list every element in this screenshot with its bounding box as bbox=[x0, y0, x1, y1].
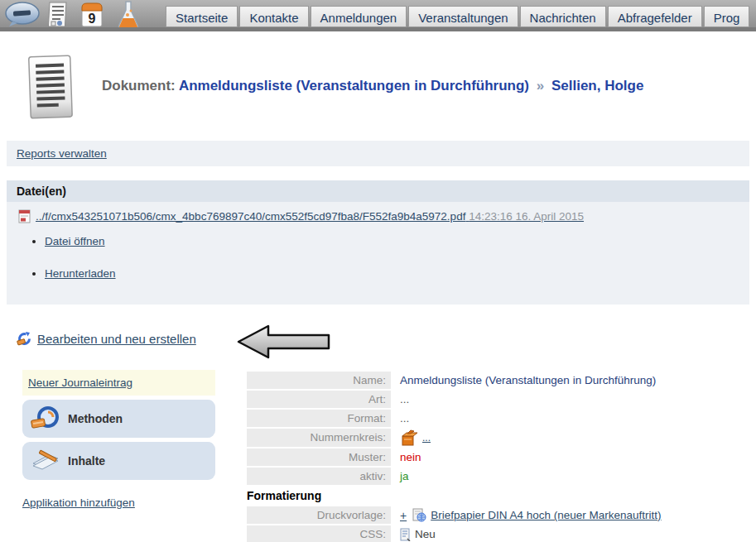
document-app-icon[interactable] bbox=[48, 2, 68, 28]
druckvorlage-template-icon bbox=[412, 508, 426, 522]
applikation-hinzufuegen-link[interactable]: Applikation hinzufügen bbox=[22, 496, 135, 509]
tab-startseite[interactable]: Startseite bbox=[166, 6, 238, 27]
table-row: Art: ... bbox=[247, 391, 756, 408]
annotation-arrow-icon bbox=[237, 324, 331, 360]
detail-label: Format: bbox=[247, 410, 391, 427]
contents-icon bbox=[31, 448, 60, 473]
bearbeiten-und-neu-erstellen-link[interactable]: Bearbeiten und neu erstellen bbox=[37, 332, 196, 346]
detail-value-aktiv: ja bbox=[400, 470, 409, 482]
neuer-journaleintrag-link[interactable]: Neuer Journaleintrag bbox=[28, 377, 132, 389]
section-header-row: Formatierung bbox=[247, 487, 756, 505]
methods-icon bbox=[31, 405, 60, 432]
topbar-bottom-strip bbox=[0, 27, 756, 31]
list-item: Herunterladen bbox=[45, 267, 749, 280]
title-separator: » bbox=[533, 78, 547, 94]
title-contact-name: Sellien, Holge bbox=[551, 78, 643, 94]
document-page-icon bbox=[25, 53, 78, 122]
list-item: Datei öffnen bbox=[45, 235, 749, 247]
datei-oeffnen-link[interactable]: Datei öffnen bbox=[45, 235, 105, 247]
file-row: ../f/cmx543251071b506/cmx_4bbc769897c40/… bbox=[18, 209, 584, 223]
detail-label: Druckvorlage: bbox=[247, 506, 391, 524]
formatierung-section-header: Formatierung bbox=[247, 487, 321, 505]
journal-entry-box: Neuer Journaleintrag bbox=[22, 370, 215, 396]
css-file-icon bbox=[400, 528, 411, 541]
sidebar: Neuer Journaleintrag Methoden Inhalte Ap… bbox=[22, 370, 215, 480]
tab-abfragefelder[interactable]: Abfragefelder bbox=[608, 6, 702, 27]
page-title: Dokument: Anmeldungsliste (Veranstaltung… bbox=[102, 78, 756, 94]
title-document-name: Anmeldungsliste (Veranstaltungen in Durc… bbox=[179, 78, 529, 94]
detail-label: Nummernkreis: bbox=[247, 429, 391, 447]
tab-nachrichten[interactable]: Nachrichten bbox=[520, 6, 606, 27]
files-heading: Datei(en) bbox=[17, 185, 66, 198]
details-table: Name: Anmeldungsliste (Veranstaltungen i… bbox=[247, 372, 756, 542]
table-row: Muster: nein bbox=[247, 448, 756, 466]
detail-label: Art: bbox=[247, 391, 391, 408]
detail-value-css: Neu bbox=[400, 528, 436, 541]
reports-verwalten-link[interactable]: Reports verwalten bbox=[17, 147, 107, 160]
inhalte-button[interactable]: Inhalte bbox=[22, 442, 215, 480]
css-value: Neu bbox=[415, 528, 436, 540]
app-logo-icon[interactable] bbox=[4, 1, 42, 27]
table-row: Name: Anmeldungsliste (Veranstaltungen i… bbox=[247, 372, 756, 389]
detail-value-name: Anmeldungsliste (Veranstaltungen in Durc… bbox=[400, 374, 656, 386]
detail-label: Muster: bbox=[247, 448, 391, 466]
table-row: Nummernkreis: ... bbox=[247, 429, 756, 447]
table-row: aktiv: ja bbox=[247, 468, 756, 485]
files-section-body: ../f/cmx543251071b506/cmx_4bbc769897c40/… bbox=[7, 202, 749, 305]
druckvorlage-plus-link[interactable]: + bbox=[400, 509, 407, 522]
tab-programme[interactable]: Prog bbox=[704, 6, 750, 27]
file-timestamp: 14:23:16 16. April 2015 bbox=[469, 210, 584, 223]
methoden-button[interactable]: Methoden bbox=[22, 400, 215, 438]
tab-veranstaltungen[interactable]: Veranstaltungen bbox=[408, 6, 518, 27]
reports-band: Reports verwalten bbox=[7, 141, 749, 166]
inhalte-label: Inhalte bbox=[68, 454, 105, 468]
methoden-label: Methoden bbox=[68, 412, 123, 425]
detail-value-art: ... bbox=[400, 393, 409, 405]
file-link[interactable]: ../f/cmx543251071b506/cmx_4bbc769897c40/… bbox=[36, 210, 584, 223]
file-path: ../f/cmx543251071b506/cmx_4bbc769897c40/… bbox=[36, 210, 465, 223]
recreate-icon bbox=[17, 331, 32, 347]
edit-recreate-row: Bearbeiten und neu erstellen bbox=[17, 331, 196, 347]
detail-value-nummernkreis: ... bbox=[400, 429, 431, 447]
detail-value-muster: nein bbox=[400, 451, 421, 463]
table-row: Druckvorlage: + Briefpapier DIN A4 hoch … bbox=[247, 506, 756, 524]
main-tabs: Startseite Kontakte Anmeldungen Veransta… bbox=[166, 6, 756, 27]
table-row: CSS: Neu bbox=[247, 525, 756, 542]
calendar-day: 9 bbox=[89, 12, 96, 26]
nummernkreis-box-icon[interactable] bbox=[400, 429, 418, 447]
title-prefix: Dokument: bbox=[102, 78, 176, 94]
tab-anmeldungen[interactable]: Anmeldungen bbox=[311, 6, 407, 27]
detail-label: Name: bbox=[247, 372, 391, 389]
detail-label: aktiv: bbox=[247, 468, 391, 485]
detail-label: CSS: bbox=[247, 525, 391, 542]
nummernkreis-link[interactable]: ... bbox=[422, 432, 431, 444]
detail-value-format: ... bbox=[400, 412, 409, 424]
file-actions-list: Datei öffnen Herunterladen bbox=[45, 235, 749, 280]
detail-value-druckvorlage: + Briefpapier DIN A4 hoch (neuer Markena… bbox=[400, 508, 662, 522]
briefpapier-link[interactable]: Briefpapier DIN A4 hoch (neuer Markenauf… bbox=[431, 509, 661, 521]
pdf-file-icon bbox=[18, 209, 31, 223]
herunterladen-link[interactable]: Herunterladen bbox=[45, 267, 116, 280]
files-section-header: Datei(en) bbox=[7, 180, 749, 202]
top-navigation-bar: 9 Startseite Kontakte Anmeldungen Verans… bbox=[0, 0, 756, 27]
calendar-icon[interactable]: 9 bbox=[80, 2, 104, 28]
table-row: Format: ... bbox=[247, 410, 756, 427]
tab-kontakte[interactable]: Kontakte bbox=[239, 6, 308, 27]
